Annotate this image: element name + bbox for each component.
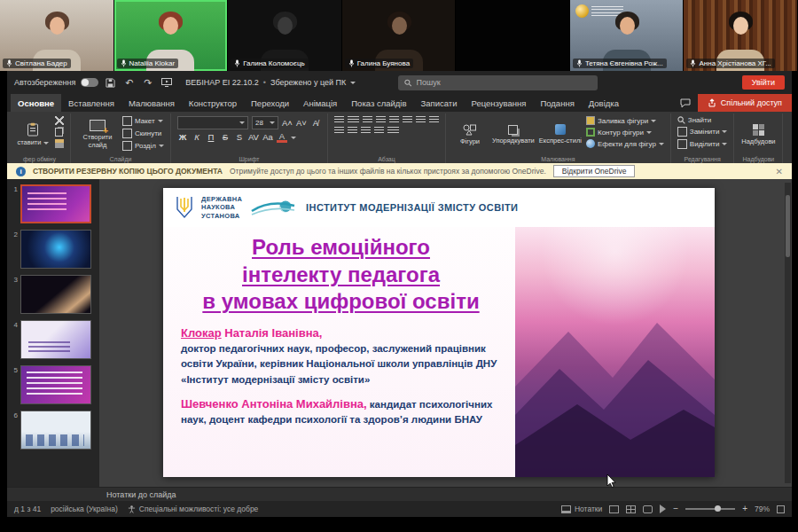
participant-tile-active-speaker[interactable]: Nataliia Klokar [114, 0, 229, 71]
slide-thumbnail-image[interactable] [20, 365, 91, 404]
columns-button[interactable] [348, 127, 357, 135]
font-size-combo[interactable]: 28 [252, 116, 278, 129]
select-button[interactable]: Виділити [677, 139, 728, 149]
scrollbar-thumb[interactable] [786, 195, 790, 257]
decrease-indent-button[interactable] [363, 116, 372, 124]
slide-thumbnail[interactable]: 1 [9, 184, 97, 223]
paste-button[interactable]: ставити [15, 116, 51, 153]
notes-pane[interactable]: Нотатки до слайда [7, 487, 792, 501]
cut-button[interactable] [55, 116, 64, 125]
fit-slide-button[interactable] [777, 505, 785, 513]
slide-thumbnail[interactable]: 2 [9, 230, 97, 269]
tab-help[interactable]: Довідка [582, 94, 626, 112]
search-input[interactable] [417, 78, 592, 87]
tab-view[interactable]: Подання [533, 94, 581, 112]
align-text-button[interactable] [374, 127, 384, 135]
quick-styles-button[interactable]: Експрес-стилі [539, 116, 582, 153]
justify-button[interactable] [334, 127, 344, 135]
shape-effects-button[interactable]: Ефекти для фігур [586, 139, 664, 148]
clear-formatting-button[interactable]: A̸ [310, 118, 321, 129]
document-title[interactable]: ВЕБІНАР ЕІ 22.10.2 • Збережено у цей ПК [185, 78, 356, 87]
tab-draw[interactable]: Малювання [121, 94, 182, 112]
comments-button[interactable] [673, 94, 698, 112]
slideshow-view-button[interactable] [660, 505, 666, 513]
redo-button[interactable]: ↷ [141, 76, 154, 90]
reset-button[interactable]: Скинути [122, 129, 164, 138]
tab-record[interactable]: Записати [414, 94, 465, 112]
find-button[interactable]: Знайти [677, 116, 728, 124]
bold-button[interactable]: Ж [177, 132, 188, 143]
tab-insert[interactable]: Вставлення [61, 94, 121, 112]
bullets-button[interactable] [334, 116, 344, 124]
text-direction-button[interactable] [361, 127, 371, 135]
canvas-scrollbar[interactable] [785, 183, 791, 483]
search-box[interactable] [398, 75, 598, 90]
participant-tile[interactable]: Світлана Бадер [0, 0, 114, 71]
participant-tile[interactable]: Галина Коломоєць [228, 0, 342, 71]
addins-button[interactable]: Надбудови [740, 116, 776, 153]
align-center-button[interactable] [416, 116, 426, 124]
slide-thumbnail[interactable]: 3 [9, 275, 97, 314]
participant-tile[interactable]: Галина Буянова [342, 0, 457, 71]
slide-thumbnail[interactable]: 4 [9, 320, 97, 359]
undo-button[interactable]: ↶ [122, 76, 136, 90]
tab-design[interactable]: Конструктор [182, 94, 244, 112]
share-button[interactable]: Спільний доступ [698, 94, 792, 112]
format-painter-button[interactable] [55, 139, 64, 148]
increase-font-button[interactable]: A˄ [282, 118, 293, 129]
zoom-out-button[interactable]: − [673, 505, 678, 513]
shapes-button[interactable]: Фігури [452, 116, 488, 153]
slide-thumbnail-image[interactable] [20, 320, 91, 359]
zoom-slider[interactable] [685, 508, 735, 510]
language-indicator[interactable]: російська (Україна) [51, 505, 118, 513]
reading-view-button[interactable] [643, 505, 653, 513]
italic-button[interactable]: К [192, 132, 202, 143]
autosave-toggle[interactable] [81, 78, 98, 87]
zoom-level[interactable]: 79% [755, 505, 770, 513]
layout-button[interactable]: Макет [122, 116, 164, 126]
open-onedrive-button[interactable]: Відкрити OneDrive [553, 165, 636, 177]
line-spacing-button[interactable] [389, 116, 399, 124]
decrease-font-button[interactable]: A˅ [296, 118, 307, 129]
participant-tile-camera-off[interactable] [456, 0, 570, 71]
tab-review[interactable]: Рецензування [464, 94, 533, 112]
shape-outline-button[interactable]: Контур фігури [586, 128, 664, 137]
notes-toggle-button[interactable]: Нотатки [561, 505, 602, 513]
normal-view-button[interactable] [609, 505, 619, 513]
copy-button[interactable] [55, 128, 63, 137]
current-slide[interactable]: ДЕРЖАВНА НАУКОВА УСТАНОВА ІНСТИТУТ МОДЕР… [163, 188, 715, 477]
tab-animations[interactable]: Анімація [296, 94, 344, 112]
accessibility-status[interactable]: Спеціальні можливості: усе добре [128, 505, 259, 513]
participant-tile[interactable]: Анна Хрістіанова ХГ... [684, 0, 798, 71]
slide-thumbnail[interactable]: 5 [9, 365, 97, 404]
participant-tile[interactable]: Тетяна Євгенівна Рож... [570, 0, 685, 71]
align-left-button[interactable] [403, 116, 412, 124]
zoom-in-button[interactable]: + [742, 505, 747, 513]
banner-close-icon[interactable]: ✕ [776, 167, 783, 176]
slide-thumbnail[interactable]: 6 [9, 411, 97, 450]
slide-thumbnail-image[interactable] [20, 230, 91, 269]
start-slideshow-button[interactable] [160, 76, 173, 90]
sign-in-button[interactable]: Увійти [742, 75, 785, 90]
new-slide-button[interactable]: Створити слайд [77, 116, 118, 153]
arrange-button[interactable]: Упорядкувати [492, 116, 535, 153]
underline-button[interactable]: П [206, 132, 216, 143]
tab-transitions[interactable]: Переходи [244, 94, 296, 112]
slide-thumbnail-image[interactable] [20, 411, 91, 450]
zoom-slider-knob[interactable] [715, 505, 721, 512]
font-color-button[interactable]: А [277, 132, 287, 143]
replace-button[interactable]: Замінити [677, 127, 728, 137]
section-button[interactable]: Розділ [122, 141, 164, 151]
increase-indent-button[interactable] [376, 116, 386, 124]
slide-sorter-view-button[interactable] [626, 505, 636, 513]
font-name-combo[interactable] [177, 116, 248, 129]
tab-home[interactable]: Основне [11, 94, 61, 112]
align-right-button[interactable] [429, 116, 439, 124]
text-shadow-button[interactable]: S [234, 132, 245, 143]
change-case-button[interactable]: Aa [262, 132, 273, 143]
slide-thumbnail-image[interactable] [20, 184, 91, 223]
character-spacing-button[interactable]: AV [248, 132, 259, 143]
save-button[interactable] [104, 76, 117, 90]
numbering-button[interactable] [348, 116, 359, 124]
shape-fill-button[interactable]: Заливка фігури [586, 116, 664, 125]
